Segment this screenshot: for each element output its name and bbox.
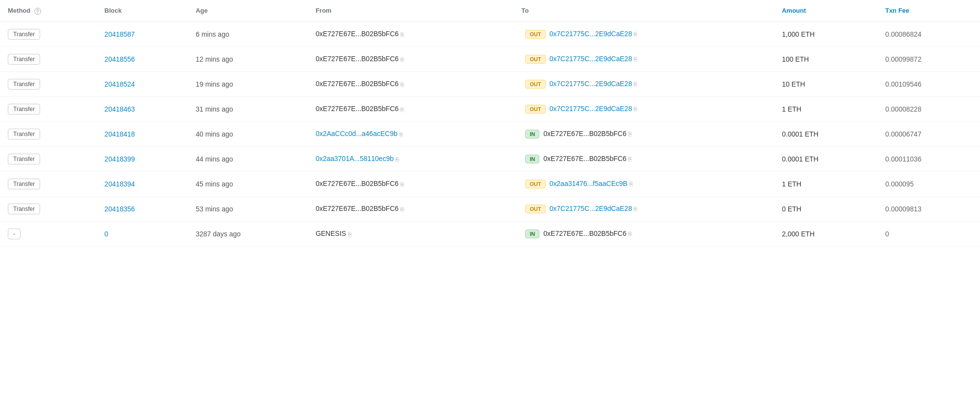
cell-txnfee: 0.00009813 (877, 196, 980, 221)
copy-to-icon[interactable]: ⎘ (629, 181, 633, 187)
cell-txnfee: 0 (877, 221, 980, 246)
method-badge[interactable]: Transfer (8, 129, 40, 139)
from-address-text: GENESIS (315, 230, 346, 237)
copy-from-icon[interactable]: ⎘ (396, 156, 399, 163)
block-link[interactable]: 20418463 (105, 105, 135, 113)
copy-to-icon[interactable]: ⎘ (628, 156, 632, 162)
block-link[interactable]: 20418556 (105, 55, 135, 63)
block-link[interactable]: 20418399 (105, 155, 135, 163)
to-address-text: 0xE727E67E...B02B5bFC6 (543, 155, 626, 162)
method-badge[interactable]: Transfer (8, 154, 40, 164)
cell-age: 19 mins ago (188, 71, 308, 96)
to-address-link[interactable]: 0x7C21775C...2E9dCaE28 (550, 105, 632, 113)
cell-block: 20418399 (97, 146, 188, 171)
cell-from: 0xE727E67E...B02B5bFC6⎘ (308, 196, 513, 221)
copy-to-icon[interactable]: ⎘ (628, 131, 632, 138)
cell-to: IN0xE727E67E...B02B5bFC6⎘ (513, 121, 774, 146)
copy-to-icon[interactable]: ⎘ (634, 106, 637, 113)
cell-amount: 1,000 ETH (774, 22, 877, 46)
copy-to-icon[interactable]: ⎘ (634, 81, 637, 88)
copy-from-icon[interactable]: ⎘ (401, 181, 404, 188)
from-address-link[interactable]: 0x2aa3701A...58110ec9b (315, 155, 394, 162)
col-header-age: Age (188, 0, 308, 22)
cell-amount: 0.0001 ETH (774, 146, 877, 171)
to-address-link[interactable]: 0x7C21775C...2E9dCaE28 (550, 30, 632, 38)
copy-to-icon[interactable]: ⎘ (634, 56, 637, 63)
copy-to-icon[interactable]: ⎘ (634, 206, 637, 212)
copy-from-icon[interactable]: ⎘ (401, 31, 404, 38)
cell-block: 20418394 (97, 171, 188, 196)
transactions-table-container: Method ? Block Age From To Amount Txn Fe… (0, 0, 980, 247)
cell-to: IN0xE727E67E...B02B5bFC6⎘ (513, 221, 774, 246)
copy-from-icon[interactable]: ⎘ (401, 206, 404, 213)
cell-from: 0x2AaCCc0d...a46acEC9b⎘ (308, 121, 513, 146)
cell-txnfee: 0.00008228 (877, 96, 980, 121)
cell-txnfee: 0.000095 (877, 171, 980, 196)
cell-method: Transfer (0, 146, 97, 171)
block-link[interactable]: 0 (105, 230, 109, 238)
block-link[interactable]: 20418394 (105, 180, 135, 188)
copy-from-icon[interactable]: ⎘ (400, 131, 403, 138)
cell-from: 0xE727E67E...B02B5bFC6⎘ (308, 96, 513, 121)
cell-age: 40 mins ago (188, 121, 308, 146)
cell-block: 0 (97, 221, 188, 246)
cell-txnfee: 0.00086824 (877, 22, 980, 46)
from-address-text: 0xE727E67E...B02B5bFC6 (315, 180, 399, 187)
method-badge[interactable]: Transfer (8, 29, 40, 40)
direction-badge: OUT (525, 205, 545, 213)
cell-method: Transfer (0, 46, 97, 71)
cell-age: 44 mins ago (188, 146, 308, 171)
copy-from-icon[interactable]: ⎘ (348, 231, 352, 238)
copy-from-icon[interactable]: ⎘ (401, 106, 404, 113)
cell-amount: 0 ETH (774, 196, 877, 221)
cell-from: 0xE727E67E...B02B5bFC6⎘ (308, 46, 513, 71)
method-badge[interactable]: Transfer (8, 104, 40, 115)
table-header-row: Method ? Block Age From To Amount Txn Fe… (0, 0, 980, 22)
cell-amount: 0.0001 ETH (774, 121, 877, 146)
cell-from: GENESIS⎘ (308, 221, 513, 246)
table-row: Transfer2041839445 mins ago0xE727E67E...… (0, 171, 980, 196)
method-badge[interactable]: Transfer (8, 54, 40, 65)
cell-to: OUT0x7C21775C...2E9dCaE28⎘ (513, 196, 774, 221)
cell-from: 0xE727E67E...B02B5bFC6⎘ (308, 22, 513, 46)
to-address-text: 0xE727E67E...B02B5bFC6 (543, 230, 626, 237)
cell-age: 12 mins ago (188, 46, 308, 71)
block-link[interactable]: 20418524 (105, 80, 135, 88)
copy-to-icon[interactable]: ⎘ (634, 31, 637, 38)
table-row: Transfer204185876 mins ago0xE727E67E...B… (0, 22, 980, 46)
cell-block: 20418587 (97, 22, 188, 46)
cell-method: Transfer (0, 22, 97, 46)
copy-from-icon[interactable]: ⎘ (401, 56, 404, 63)
method-badge[interactable]: - (8, 229, 21, 239)
table-row: -03287 days agoGENESIS⎘IN0xE727E67E...B0… (0, 221, 980, 246)
cell-amount: 10 ETH (774, 71, 877, 96)
to-address-link[interactable]: 0x2aa31476...f5aaCEc9B (550, 180, 628, 187)
method-info-icon[interactable]: ? (34, 8, 41, 15)
to-address-link[interactable]: 0x7C21775C...2E9dCaE28 (550, 55, 632, 63)
block-link[interactable]: 20418587 (105, 30, 135, 38)
cell-block: 20418418 (97, 121, 188, 146)
cell-method: - (0, 221, 97, 246)
transactions-table: Method ? Block Age From To Amount Txn Fe… (0, 0, 980, 247)
block-link[interactable]: 20418418 (105, 130, 135, 138)
cell-txnfee: 0.00099872 (877, 46, 980, 71)
from-address-text: 0xE727E67E...B02B5bFC6 (315, 55, 399, 63)
direction-badge: IN (525, 130, 539, 138)
cell-txnfee: 0.00011036 (877, 146, 980, 171)
copy-from-icon[interactable]: ⎘ (401, 81, 404, 88)
from-address-link[interactable]: 0x2AaCCc0d...a46acEC9b (315, 130, 397, 138)
cell-amount: 1 ETH (774, 96, 877, 121)
method-badge[interactable]: Transfer (8, 79, 40, 90)
to-address-link[interactable]: 0x7C21775C...2E9dCaE28 (550, 205, 632, 212)
direction-badge: OUT (525, 30, 545, 39)
cell-from: 0x2aa3701A...58110ec9b⎘ (308, 146, 513, 171)
method-badge[interactable]: Transfer (8, 204, 40, 214)
method-badge[interactable]: Transfer (8, 179, 40, 189)
cell-amount: 2,000 ETH (774, 221, 877, 246)
block-link[interactable]: 20418356 (105, 205, 135, 213)
to-address-link[interactable]: 0x7C21775C...2E9dCaE28 (550, 80, 632, 88)
col-header-from: From (308, 0, 513, 22)
copy-to-icon[interactable]: ⎘ (628, 230, 632, 237)
cell-to: OUT0x7C21775C...2E9dCaE28⎘ (513, 71, 774, 96)
cell-block: 20418524 (97, 71, 188, 96)
